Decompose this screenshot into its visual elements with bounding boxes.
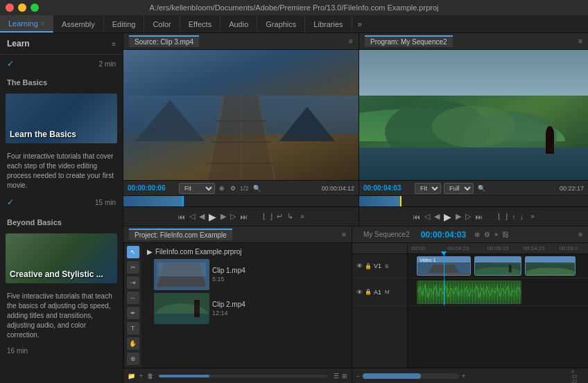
program-quality-select[interactable]: Full [444,183,474,194]
source-scrubber[interactable] [123,195,358,206]
tab-assembly[interactable]: Assembly [53,15,104,33]
source-frame-forward-icon[interactable]: ▷ [230,212,236,221]
program-mark-in-icon[interactable]: ⌊ [498,212,501,221]
timeline-zoom-bar[interactable] [363,373,459,379]
tab-bar: Learning ≡ Assembly Editing Color Effect… [0,15,588,33]
creative-time: 16 min [7,347,28,355]
maximize-button[interactable] [31,3,39,12]
v1-track[interactable]: Video 1 [408,254,588,278]
tab-editing[interactable]: Editing [104,15,145,33]
timeline-footer: − + -4 -10 -20 [352,368,588,383]
source-step-back-icon[interactable]: ⏮ [178,213,185,221]
timeline-zoom-in-icon[interactable]: + [462,373,465,380]
program-mark-out-icon[interactable]: ⌋ [505,212,508,221]
list-view-icon[interactable]: ☰ [334,373,339,380]
project-clip-2[interactable]: Clip 2.mp4 12:14 [144,292,349,326]
tab-libraries[interactable]: Libraries [305,15,352,33]
source-frame-back-icon[interactable]: ◁ [189,212,195,221]
tutorial-label-basics: Learn the Basics [10,130,76,139]
svg-rect-12 [157,262,206,276]
program-duration: 00:22:17 [560,185,584,192]
program-frame-back-icon[interactable]: ◁ [424,212,430,221]
timeline-add-track-icon[interactable]: ⊕ [474,231,480,238]
svg-rect-15 [154,314,209,324]
program-menu-icon[interactable]: ≡ [578,37,582,45]
timeline-snap-icon[interactable]: ⌖ [494,231,499,238]
slip-tool[interactable]: ↔ [127,292,139,304]
tab-effects[interactable]: Effects [180,15,220,33]
clear-icon[interactable]: 🗑 [147,373,153,380]
source-fit-select[interactable]: Fit 25% 50% 100% [179,183,215,194]
tutorial-thumb-creative: Creative and Stylistic ... [6,233,117,283]
track-a1-mute-icon[interactable]: M [385,289,390,295]
hand-tool[interactable]: ✋ [127,337,139,350]
v1-clip-2[interactable] [474,256,521,276]
ruler-mark-0: 00:00 [411,245,425,251]
close-button[interactable] [6,3,14,12]
program-more-icon[interactable]: » [530,213,535,220]
program-zoom-icon[interactable]: 🔍 [476,184,487,193]
cursor-tool[interactable]: ↖ [127,246,139,258]
a1-clip-1[interactable] [417,280,521,304]
track-v1-sync-icon[interactable]: S [385,263,388,269]
tab-learning[interactable]: Learning ≡ [0,15,53,33]
source-zoom-icon[interactable]: 🔍 [252,184,262,193]
timeline-content: 👁 🔒 V1 S 👁 🔒 A1 M [352,243,588,368]
source-more-icon[interactable]: » [300,213,304,220]
basics-check-icon: ✓ [7,197,14,207]
minimize-button[interactable] [18,3,26,12]
source-overwrite-icon[interactable]: ↳ [287,212,293,221]
zoom-tool[interactable]: ⊕ [127,353,139,365]
track-label-v1: 👁 🔒 V1 S [352,254,407,278]
tab-more[interactable]: » [352,19,368,29]
program-fit-select[interactable]: Fit [415,183,441,194]
program-forward-icon[interactable]: ▶ [456,212,461,221]
timeline-menu-icon[interactable]: ≡ [578,231,582,238]
sidebar-menu-icon[interactable]: ≡ [112,40,116,48]
program-extract-icon[interactable]: ↓ [520,213,524,221]
program-scrubber-handle [400,196,401,206]
text-tool[interactable]: T [127,322,139,335]
program-frame-forward-icon[interactable]: ▷ [465,212,471,221]
program-step-forward-icon[interactable]: ⏭ [475,213,483,221]
tutorial-card-basics[interactable]: Learn the Basics [6,93,117,143]
source-play-button[interactable]: ▶ [209,211,216,222]
source-back-icon[interactable]: ◀ [199,212,205,221]
source-menu-icon[interactable]: ≡ [349,37,353,45]
tab-color[interactable]: Color [144,15,180,33]
source-settings-icon[interactable]: ⚙ [229,184,237,193]
timeline-link-icon[interactable]: ⛓ [502,231,509,238]
timeline-settings-icon[interactable]: ⚙ [484,231,490,238]
new-item-icon[interactable]: ＋ [138,371,144,380]
program-step-back-icon[interactable]: ⏮ [413,213,420,221]
new-bin-icon[interactable]: 📁 [128,373,135,380]
track-a1-lock-icon[interactable]: 🔒 [365,289,372,295]
tab-graphics[interactable]: Graphics [257,15,305,33]
source-mark-in-icon[interactable]: ⌊ [263,212,266,221]
source-insert-icon[interactable]: ↵ [277,212,283,221]
timeline-zoom-out-icon[interactable]: − [356,373,360,380]
source-forward-icon[interactable]: ▶ [220,212,226,221]
track-v1-eye-icon[interactable]: 👁 [356,262,363,269]
project-clip-1[interactable]: Clip 1.mp4 5:15 [144,258,349,292]
grid-view-icon[interactable]: ⊞ [342,373,347,380]
razor-tool[interactable]: ✂ [127,261,139,274]
project-menu-icon[interactable]: ≡ [342,231,346,238]
program-back-icon[interactable]: ◀ [434,212,440,221]
program-lift-icon[interactable]: ↑ [512,213,516,221]
program-scrubber[interactable] [359,195,588,206]
timeline-ruler[interactable]: 00:00 00:04:23 00:09:23 00:14:23 00:19:2 [408,243,588,254]
ripple-tool[interactable]: ⇥ [127,276,139,289]
program-play-button[interactable]: ▶ [444,211,451,222]
tutorial-card-creative[interactable]: Creative and Stylistic ... [6,233,117,283]
v1-clip-3-thumb-svg [526,262,575,275]
pen-tool[interactable]: ✒ [127,307,139,319]
source-add-in-icon[interactable]: ⊕ [218,184,226,193]
source-step-forward-icon[interactable]: ⏭ [240,213,248,221]
track-v1-lock-icon[interactable]: 🔒 [365,263,372,269]
a1-track[interactable] [408,278,588,306]
track-a1-eye-icon[interactable]: 👁 [356,289,363,296]
v1-clip-3[interactable] [525,256,576,276]
source-mark-out-icon[interactable]: ⌋ [270,212,273,221]
tab-audio[interactable]: Audio [220,15,257,33]
